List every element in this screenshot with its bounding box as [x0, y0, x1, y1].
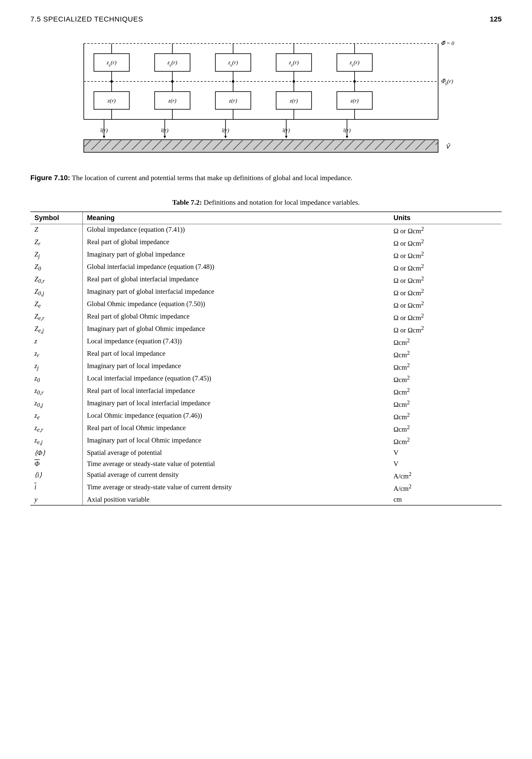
svg-text:z(r): z(r)	[168, 98, 177, 104]
svg-marker-59	[346, 136, 348, 139]
table-title-text: Definitions and notation for local imped…	[204, 198, 360, 206]
col-meaning: Meaning	[83, 212, 389, 224]
cell-units: Ωcm2	[389, 373, 502, 385]
cell-symbol: ⟨i⟩	[30, 469, 83, 482]
cell-meaning: Real part of global impedance	[83, 237, 389, 249]
cell-meaning: Real part of global interfacial impedanc…	[83, 274, 389, 286]
table-row: ze,rReal part of local Ohmic impedanceΩc…	[30, 422, 502, 435]
cell-symbol: Zr	[30, 237, 83, 249]
cell-units: V	[389, 459, 502, 469]
table-row: ⟨Φ⟩Spatial average of potentialV	[30, 447, 502, 459]
cell-units: Ωcm2	[389, 348, 502, 361]
table-row: Z0,rReal part of global interfacial impe…	[30, 274, 502, 286]
svg-marker-57	[285, 136, 288, 139]
cell-meaning: Imaginary part of local impedance	[83, 361, 389, 373]
svg-text:z(r): z(r)	[107, 98, 116, 104]
col-units: Units	[389, 212, 502, 224]
cell-symbol: Zj	[30, 249, 83, 261]
table-row: ZrReal part of global impedanceΩ or Ωcm2	[30, 237, 502, 249]
cell-symbol: zj	[30, 361, 83, 373]
cell-symbol: ⟨Φ⟩	[30, 447, 83, 459]
cell-units: A/cm2	[389, 482, 502, 494]
svg-text:z(r): z(r)	[350, 98, 359, 104]
cell-meaning: Imaginary part of global interfacial imp…	[83, 286, 389, 299]
svg-text:z(r): z(r)	[229, 98, 237, 104]
cell-units: Ωcm2	[389, 385, 502, 398]
cell-symbol: z	[30, 336, 83, 348]
table-row: Ze,jImaginary part of global Ohmic imped…	[30, 323, 502, 336]
table-row: yAxial position variablecm	[30, 494, 502, 505]
cell-units: Ωcm2	[389, 422, 502, 435]
impedance-table: Symbol Meaning Units ZGlobal impedance (…	[30, 212, 502, 505]
cell-meaning: Real part of local impedance	[83, 348, 389, 361]
table-row: ΦTime average or steady-state value of p…	[30, 459, 502, 469]
circuit-svg: .box { fill: white; stroke: black; strok…	[63, 33, 494, 165]
figure-caption: Figure 7.10: The location of current and…	[30, 173, 435, 183]
svg-text:Φ̃0(r): Φ̃0(r)	[441, 78, 453, 86]
svg-point-104	[353, 80, 356, 83]
cell-meaning: Spatial average of potential	[83, 447, 389, 459]
table-row: Z0,jImaginary part of global interfacial…	[30, 286, 502, 299]
cell-meaning: Local impedance (equation (7.43))	[83, 336, 389, 348]
cell-symbol: Z	[30, 224, 83, 237]
table-row: ZjImaginary part of global impedanceΩ or…	[30, 249, 502, 261]
cell-meaning: Time average or steady-state value of po…	[83, 459, 389, 469]
cell-units: Ω or Ωcm2	[389, 299, 502, 311]
cell-meaning: Real part of local Ohmic impedance	[83, 422, 389, 435]
cell-units: Ωcm2	[389, 361, 502, 373]
cell-units: Ω or Ωcm2	[389, 311, 502, 323]
cell-units: Ωcm2	[389, 398, 502, 410]
svg-rect-60	[84, 140, 438, 152]
cell-symbol: ze,r	[30, 422, 83, 435]
svg-text:z(r): z(r)	[290, 98, 298, 104]
svg-point-101	[171, 80, 174, 83]
cell-units: Ω or Ωcm2	[389, 274, 502, 286]
table-row: iTime average or steady-state value of c…	[30, 482, 502, 494]
table-row: ZGlobal impedance (equation (7.41))Ω or …	[30, 224, 502, 237]
cell-symbol: Ze,j	[30, 323, 83, 336]
table-row: ze,jImaginary part of local Ohmic impeda…	[30, 435, 502, 447]
cell-meaning: Global Ohmic impedance (equation (7.50))	[83, 299, 389, 311]
cell-meaning: Imaginary part of global impedance	[83, 249, 389, 261]
figure-label: Figure 7.10:	[30, 174, 70, 182]
cell-units: Ω or Ωcm2	[389, 323, 502, 336]
svg-marker-51	[103, 136, 105, 139]
table-row: ZeGlobal Ohmic impedance (equation (7.50…	[30, 299, 502, 311]
cell-units: Ω or Ωcm2	[389, 224, 502, 237]
cell-meaning: Real part of local interfacial impedance	[83, 385, 389, 398]
cell-symbol: ze,j	[30, 435, 83, 447]
col-symbol: Symbol	[30, 212, 83, 224]
cell-meaning: Spatial average of current density	[83, 469, 389, 482]
cell-meaning: Global interfacial impedance (equation (…	[83, 261, 389, 274]
svg-text:Φ̃
       = 0: Φ̃ = 0	[441, 40, 454, 46]
page-header: 7.5 SPECIALIZED TECHNIQUES 125	[30, 15, 502, 23]
table-row: zjImaginary part of local impedanceΩcm2	[30, 361, 502, 373]
svg-point-103	[293, 80, 295, 83]
table-row: Ze,rReal part of global Ohmic impedanceΩ…	[30, 311, 502, 323]
table-row: z0,rReal part of local interfacial imped…	[30, 385, 502, 398]
section-label: 7.5 SPECIALIZED TECHNIQUES	[30, 15, 143, 23]
cell-meaning: Imaginary part of local interfacial impe…	[83, 398, 389, 410]
svg-marker-53	[163, 136, 166, 139]
cell-symbol: ze	[30, 410, 83, 422]
svg-point-102	[232, 80, 234, 83]
cell-units: Ω or Ωcm2	[389, 286, 502, 299]
cell-units: Ω or Ωcm2	[389, 249, 502, 261]
table-row: z0,jImaginary part of local interfacial …	[30, 398, 502, 410]
cell-symbol: Ze	[30, 299, 83, 311]
cell-symbol: zr	[30, 348, 83, 361]
table-row: ⟨i⟩Spatial average of current densityA/c…	[30, 469, 502, 482]
cell-meaning: Real part of global Ohmic impedance	[83, 311, 389, 323]
cell-units: Ωcm2	[389, 435, 502, 447]
svg-point-100	[110, 80, 113, 83]
table-label: Table 7.2:	[172, 198, 202, 206]
cell-units: V	[389, 447, 502, 459]
svg-text:Ṽ: Ṽ	[446, 143, 451, 150]
cell-units: Ω or Ωcm2	[389, 261, 502, 274]
page-number: 125	[490, 15, 502, 23]
figure-text: The location of current and potential te…	[72, 174, 352, 182]
cell-meaning: Time average or steady-state value of cu…	[83, 482, 389, 494]
cell-symbol: Z0	[30, 261, 83, 274]
cell-symbol: i	[30, 482, 83, 494]
cell-meaning: Global impedance (equation (7.41))	[83, 224, 389, 237]
